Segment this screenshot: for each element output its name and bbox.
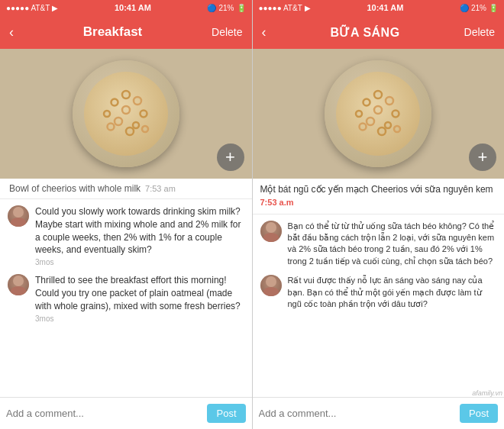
svg-point-10 bbox=[142, 126, 148, 132]
svg-point-8 bbox=[107, 124, 114, 131]
svg-point-3 bbox=[104, 111, 110, 117]
bowl-inner-right bbox=[336, 72, 420, 156]
status-carrier-right: ●●●●● AT&T ▶ bbox=[259, 4, 311, 12]
svg-point-16 bbox=[393, 111, 399, 118]
status-battery-left: 🔵 21% 🔋 bbox=[207, 4, 245, 12]
svg-point-19 bbox=[360, 124, 367, 131]
food-caption-left: Bowl of cheerios with whole milk 7:53 am bbox=[0, 179, 252, 199]
svg-point-5 bbox=[140, 111, 147, 118]
svg-point-15 bbox=[374, 106, 382, 114]
comment-input-right[interactable] bbox=[259, 408, 454, 419]
post-button-left[interactable]: Post bbox=[207, 404, 245, 423]
bowl-inner-left bbox=[84, 72, 168, 156]
svg-point-18 bbox=[385, 122, 391, 128]
messages-area-right[interactable]: Bạn có thể từ từ thử uống sữa tách béo k… bbox=[253, 214, 505, 397]
comment-bar-left: Post bbox=[0, 397, 252, 429]
add-photo-button-left[interactable]: + bbox=[217, 144, 244, 171]
food-image-right: + bbox=[253, 49, 505, 179]
bowl-left bbox=[73, 60, 179, 167]
nav-bar-left: ‹ Breakfast Delete bbox=[0, 15, 252, 49]
message-content-0-right: Bạn có thể từ từ thử uống sữa tách béo k… bbox=[288, 221, 497, 268]
message-row-1-right: Rất vui được thấy nỗ lực ăn sáng vào sán… bbox=[260, 275, 497, 310]
svg-point-6 bbox=[115, 118, 122, 125]
svg-point-12 bbox=[363, 99, 370, 106]
right-panel: ●●●●● AT&T ▶ 10:41 AM 🔵 21% 🔋 ‹ BỮA SÁNG… bbox=[253, 0, 505, 429]
nav-bar-right: ‹ BỮA SÁNG Delete bbox=[253, 15, 505, 49]
message-content-0-left: Could you slowly work towards drinking s… bbox=[35, 205, 244, 266]
avatar-1-right bbox=[260, 275, 282, 296]
svg-point-9 bbox=[126, 127, 134, 135]
add-photo-button-right[interactable]: + bbox=[469, 144, 496, 171]
status-carrier-left: ●●●●● AT&T ▶ bbox=[6, 4, 58, 12]
watermark: afamily.vn bbox=[472, 389, 502, 397]
left-panel: ●●●●● AT&T ▶ 10:41 AM 🔵 21% 🔋 ‹ Breakfas… bbox=[0, 0, 252, 429]
comment-input-left[interactable] bbox=[6, 408, 201, 419]
messages-area-left[interactable]: Could you slowly work towards drinking s… bbox=[0, 199, 252, 397]
status-battery-right: 🔵 21% 🔋 bbox=[460, 4, 498, 12]
status-bar-right: ●●●●● AT&T ▶ 10:41 AM 🔵 21% 🔋 bbox=[253, 0, 505, 15]
bowl-right bbox=[325, 60, 431, 167]
svg-point-1 bbox=[111, 99, 118, 106]
status-time-right: 10:41 AM bbox=[367, 3, 403, 12]
food-image-left: + bbox=[0, 49, 252, 179]
nav-title-left: Breakfast bbox=[83, 24, 143, 40]
message-row-0-left: Could you slowly work towards drinking s… bbox=[8, 205, 244, 266]
message-content-1-right: Rất vui được thấy nỗ lực ăn sáng vào sán… bbox=[288, 275, 497, 310]
svg-point-21 bbox=[394, 126, 400, 132]
svg-point-2 bbox=[134, 97, 141, 105]
svg-point-11 bbox=[374, 91, 382, 98]
svg-point-13 bbox=[386, 97, 393, 105]
avatar-1-left bbox=[8, 274, 29, 295]
post-button-right[interactable]: Post bbox=[460, 404, 498, 423]
cheerios-svg-right bbox=[344, 79, 412, 148]
svg-point-0 bbox=[122, 91, 130, 98]
status-bar-left: ●●●●● AT&T ▶ 10:41 AM 🔵 21% 🔋 bbox=[0, 0, 252, 15]
back-button-left[interactable]: ‹ bbox=[9, 24, 14, 40]
message-row-1-left: Thrilled to see the breakfast effort thi… bbox=[8, 274, 244, 322]
nav-title-right: BỮA SÁNG bbox=[330, 25, 399, 40]
delete-button-right[interactable]: Delete bbox=[464, 26, 495, 38]
back-button-right[interactable]: ‹ bbox=[262, 24, 267, 40]
svg-point-7 bbox=[133, 122, 139, 128]
message-row-0-right: Bạn có thể từ từ thử uống sữa tách béo k… bbox=[260, 221, 497, 268]
delete-button-left[interactable]: Delete bbox=[212, 26, 242, 38]
comment-bar-right: Post bbox=[253, 397, 505, 429]
avatar-0-left bbox=[8, 205, 29, 227]
cheerios-svg-left bbox=[92, 79, 160, 148]
avatar-0-right bbox=[260, 221, 282, 242]
food-caption-right: Một bát ngũ cốc yến mạch Cheerios với sữ… bbox=[253, 179, 505, 214]
svg-point-20 bbox=[378, 127, 386, 135]
svg-point-4 bbox=[122, 106, 130, 114]
message-content-1-left: Thrilled to see the breakfast effort thi… bbox=[35, 274, 244, 322]
status-time-left: 10:41 AM bbox=[115, 3, 151, 12]
svg-point-17 bbox=[367, 118, 374, 125]
svg-point-14 bbox=[356, 111, 362, 117]
